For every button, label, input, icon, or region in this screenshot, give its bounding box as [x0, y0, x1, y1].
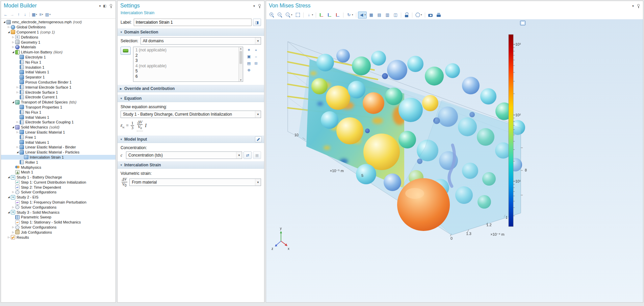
back-button[interactable]: ← — [3, 11, 9, 18]
zoom-out-button[interactable] — [276, 11, 284, 19]
move-down-button[interactable]: ↓ — [22, 11, 28, 18]
equation-study-combo[interactable]: Study 1 - Battery Discharge, Current Dis… — [121, 111, 261, 118]
tree-item[interactable]: ◢Linear Elastic Material - Particles — [1, 150, 115, 155]
sort-button[interactable]: ≡▾ — [38, 11, 44, 18]
image-window-button[interactable]: ▤ — [376, 11, 383, 19]
pin-icon[interactable] — [109, 4, 113, 8]
tree-closed-arrow-icon[interactable]: ▷ — [16, 86, 20, 89]
tree-item[interactable]: Multiphysics — [1, 165, 115, 170]
add-to-selection-button[interactable]: + — [253, 47, 259, 53]
tree-item[interactable]: ◢Transport of Diluted Species(tds) — [1, 100, 115, 105]
tree-open-arrow-icon[interactable]: ◢ — [11, 51, 15, 53]
section-intercalation-strain[interactable]: ▼ Intercalation Strain — [118, 161, 264, 169]
domain-list-item[interactable]: 1 (not applicable) — [135, 48, 237, 53]
update-plot-button[interactable]: ↻▾ — [345, 11, 354, 19]
show-grid-button[interactable]: ▦ — [367, 11, 375, 19]
remove-from-selection-button[interactable]: − — [253, 53, 259, 60]
selection-combo[interactable]: All domains ▼ — [140, 37, 261, 45]
active-selection-toggle-button[interactable] — [121, 47, 131, 55]
scroll-down-icon[interactable]: ▼ — [239, 79, 243, 81]
tree-closed-arrow-icon[interactable]: ▷ — [11, 231, 15, 234]
copy-selection-button[interactable]: ▣ — [246, 53, 252, 60]
pin-icon[interactable] — [257, 4, 261, 8]
tree-item[interactable]: Intercalation Strain 1 — [1, 155, 115, 160]
tree-closed-arrow-icon[interactable]: ▷ — [11, 206, 15, 209]
tree-item[interactable]: ◢Study 1 - Battery Discharge — [1, 175, 115, 180]
tree-open-arrow-icon[interactable]: ◢ — [7, 196, 11, 198]
concentration-combo[interactable]: Concentration (tds) ▼ — [126, 151, 242, 159]
zoom-in-button[interactable] — [268, 11, 276, 19]
tree-item[interactable]: ▷Solver Configurations — [1, 225, 115, 230]
tree-item[interactable]: Mesh 1 — [1, 170, 115, 175]
tree-item[interactable]: ▷Job Configurations — [1, 230, 115, 235]
tree-item[interactable]: ▷Internal Electrode Surface 1 — [1, 85, 115, 90]
pin-icon[interactable] — [636, 4, 640, 8]
tree-item[interactable]: Step 1: Frequency Domain Perturbation — [1, 200, 115, 205]
tree-item[interactable]: Initial Values 1 — [1, 140, 115, 145]
tree-item[interactable]: Initial Values 1 — [1, 115, 115, 120]
tree-item[interactable]: ◢Study 3 - Solid Mechanics — [1, 210, 115, 215]
tree-closed-arrow-icon[interactable]: ▷ — [11, 226, 15, 229]
scroll-thumb[interactable] — [239, 51, 242, 64]
tree-closed-arrow-icon[interactable]: ▷ — [16, 131, 20, 134]
tree-item[interactable]: ▷Results — [1, 235, 115, 240]
tree-closed-arrow-icon[interactable]: ▷ — [16, 121, 20, 123]
clear-selection-button[interactable]: ⊟ — [253, 60, 259, 67]
tree-item[interactable]: ▷Definitions — [1, 34, 115, 40]
domain-list-item[interactable]: 5 — [135, 69, 237, 74]
zoom-box-button[interactable]: ▾ — [284, 11, 293, 19]
section-equation[interactable]: ▼ Equation — [118, 95, 264, 102]
tree-item[interactable]: ▷Linear Elastic Material - Binder — [1, 145, 115, 150]
tree-closed-arrow-icon[interactable]: ▷ — [11, 191, 15, 193]
tree-open-arrow-icon[interactable]: ◢ — [16, 151, 20, 154]
previous-solution-button[interactable]: ◀▾ — [358, 11, 367, 19]
view-lock-button[interactable] — [403, 11, 410, 19]
tree-open-arrow-icon[interactable]: ◢ — [7, 211, 11, 214]
graphics-window-button[interactable]: ◫ — [392, 11, 399, 19]
domain-list-item[interactable]: 2 — [135, 53, 237, 58]
screenshot-button[interactable] — [427, 11, 434, 19]
tree-item[interactable]: Separator 1 — [1, 75, 115, 80]
zoom-extents-button[interactable] — [294, 11, 302, 19]
view-yz-button[interactable] — [326, 11, 333, 19]
plot-window-button[interactable]: ▥ — [384, 11, 391, 19]
domain-selection-list[interactable]: ▲ ▼ 1 (not applicable)234 (not applicabl… — [133, 47, 243, 82]
tree-item[interactable]: Transport Properties 1 — [1, 105, 115, 110]
plot-window-indicator-icon[interactable] — [520, 21, 525, 25]
edit-model-inputs-button[interactable] — [255, 136, 262, 142]
tree-closed-arrow-icon[interactable]: ▷ — [7, 26, 11, 28]
tree-item[interactable]: Parametric Sweep — [1, 215, 115, 220]
print-button[interactable] — [435, 11, 442, 19]
tree-closed-arrow-icon[interactable]: ▷ — [7, 236, 11, 239]
tree-closed-arrow-icon[interactable]: ▷ — [16, 146, 20, 148]
tree-item[interactable]: ▷Geometry 1 — [1, 40, 115, 45]
forward-button[interactable]: → — [9, 11, 15, 18]
tree-open-arrow-icon[interactable]: ◢ — [7, 31, 11, 33]
scroll-up-icon[interactable]: ▲ — [239, 47, 243, 50]
tree-item[interactable]: ▷Global Definitions — [1, 25, 115, 30]
tree-closed-arrow-icon[interactable]: ▷ — [11, 36, 15, 39]
expand-options-button[interactable]: ▤▾ — [45, 11, 51, 18]
tree-item[interactable]: Step 2: Time Dependent — [1, 185, 115, 190]
tree-item[interactable]: ▷Electrode Surface 1 — [1, 90, 115, 95]
go-to-default-view-button[interactable]: ↓▾ — [305, 11, 314, 19]
tree-item[interactable]: Free 1 — [1, 135, 115, 140]
tree-closed-arrow-icon[interactable]: ▷ — [16, 91, 20, 94]
tree-open-arrow-icon[interactable]: ◢ — [7, 176, 11, 179]
go-to-source-button[interactable]: ⇄ — [243, 151, 252, 159]
tree-closed-arrow-icon[interactable]: ▷ — [11, 46, 15, 48]
tree-item[interactable]: Electrode Current 1 — [1, 95, 115, 100]
tree-item[interactable]: ▷Linear Elastic Material 1 — [1, 130, 115, 135]
view-zx-button[interactable] — [334, 11, 341, 19]
domain-list-item[interactable]: 4 (not applicable) — [135, 64, 237, 69]
move-up-button[interactable]: ↑ — [16, 11, 22, 18]
view-xy-button[interactable] — [318, 11, 325, 19]
show-button[interactable]: ▦▾ — [31, 11, 38, 18]
section-domain-selection[interactable]: ▼ Domain Selection — [118, 28, 264, 36]
tree-item[interactable]: ◢nmc_electrode_heterogeneous.mph(root) — [1, 20, 115, 25]
tree-item[interactable]: Porous Conductive Binder 1 — [1, 80, 115, 85]
tree-item[interactable]: Insulation 1 — [1, 65, 115, 70]
create-model-input-button[interactable]: ▦ — [253, 151, 261, 159]
graphics-canvas[interactable]: 10 ×10⁻⁵ m 5 0 1.3 ×10⁻⁴ m 1.2 1 8 10³ 1… — [266, 19, 643, 302]
domain-list-item[interactable]: 3 — [135, 58, 237, 64]
